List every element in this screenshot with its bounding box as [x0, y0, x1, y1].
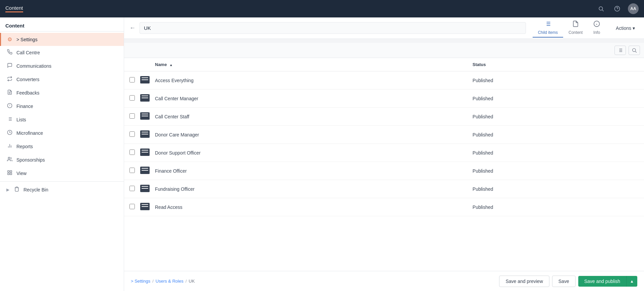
- sidebar-item-lists[interactable]: Lists: [0, 113, 124, 126]
- recycle-bin-icon: [13, 186, 20, 193]
- tab-child-items-label: Child items: [538, 30, 558, 35]
- save-preview-button[interactable]: Save and preview: [499, 276, 549, 287]
- sidebar-item-settings[interactable]: ⚙ > Settings: [0, 33, 124, 46]
- user-avatar[interactable]: AA: [628, 3, 639, 14]
- row-status-cell: Published: [467, 180, 644, 198]
- table-row: Access Everything Published: [124, 71, 644, 90]
- expand-icon: ▶: [6, 187, 9, 192]
- actions-dropdown[interactable]: Actions ▾: [612, 23, 639, 33]
- sidebar-item-label: Sponsorships: [16, 157, 45, 163]
- row-checkbox[interactable]: [129, 204, 135, 209]
- name-column-label: Name: [155, 62, 167, 67]
- checkbox-header-cell: [124, 58, 135, 71]
- sidebar-divider: [0, 181, 124, 182]
- table-row: Donor Care Manager Published: [124, 126, 644, 144]
- row-checkbox[interactable]: [129, 77, 135, 82]
- svg-point-37: [633, 49, 636, 52]
- row-name-cell[interactable]: Call Center Manager: [150, 90, 467, 108]
- sidebar-item-view[interactable]: View: [0, 167, 124, 180]
- help-button[interactable]: [612, 3, 623, 14]
- list-view-button[interactable]: [614, 46, 626, 55]
- tab-info[interactable]: Info: [588, 18, 605, 38]
- app-title: Content: [5, 5, 23, 12]
- sidebar-item-recycle-bin[interactable]: ▶ Recycle Bin: [0, 183, 124, 196]
- row-name-cell[interactable]: Access Everything: [150, 71, 467, 90]
- row-status-cell: Published: [467, 198, 644, 216]
- row-icon-cell: [135, 71, 150, 90]
- row-name-cell[interactable]: Fundraising Officer: [150, 180, 467, 198]
- table-header-row: Name ▲ Status: [124, 58, 644, 71]
- converters-icon: [6, 76, 13, 83]
- row-icon-cell: [135, 198, 150, 216]
- row-icon-cell: [135, 144, 150, 162]
- row-checkbox[interactable]: [129, 95, 135, 101]
- row-checkbox-cell: [124, 108, 135, 126]
- row-icon-cell: [135, 108, 150, 126]
- sidebar-item-label: View: [16, 171, 26, 176]
- breadcrumb-current: UK: [189, 279, 195, 284]
- sidebar-item-communications[interactable]: Communications: [0, 59, 124, 73]
- sidebar-item-label: Finance: [16, 104, 33, 109]
- breadcrumb-settings[interactable]: > Settings: [131, 279, 150, 284]
- item-type-icon: [140, 76, 150, 83]
- save-publish-arrow-button[interactable]: ▲: [626, 276, 637, 287]
- back-button[interactable]: ←: [129, 24, 136, 32]
- svg-line-1: [602, 10, 604, 11]
- tab-child-items[interactable]: Child items: [533, 18, 563, 38]
- row-name-cell[interactable]: Read Access: [150, 198, 467, 216]
- row-checkbox[interactable]: [129, 150, 135, 155]
- row-status-cell: Published: [467, 126, 644, 144]
- breadcrumb-users-roles[interactable]: Users & Roles: [156, 279, 183, 284]
- table-row: Fundraising Officer Published: [124, 180, 644, 198]
- item-type-icon: [140, 167, 150, 174]
- feedbacks-icon: [6, 90, 13, 96]
- row-icon-cell: [135, 126, 150, 144]
- sidebar-item-label: Reports: [16, 144, 33, 149]
- row-name-cell[interactable]: Finance Officer: [150, 162, 467, 180]
- main-layout: Content ⚙ > Settings Call Centre Communi…: [0, 17, 644, 291]
- sidebar-item-microfinance[interactable]: Microfinance: [0, 126, 124, 140]
- sidebar-item-label: Microfinance: [16, 130, 43, 136]
- breadcrumb-sep-1: /: [152, 279, 154, 284]
- tab-content[interactable]: Content: [563, 18, 588, 38]
- sidebar-item-finance[interactable]: Finance: [0, 100, 124, 113]
- content-tab-icon: [572, 20, 579, 29]
- lists-icon: [6, 116, 13, 123]
- content-header: ← Child items Content: [124, 17, 644, 39]
- row-checkbox[interactable]: [129, 131, 135, 137]
- row-checkbox[interactable]: [129, 168, 135, 173]
- name-column-header[interactable]: Name ▲: [150, 58, 467, 71]
- sidebar-item-call-centre[interactable]: Call Centre: [0, 46, 124, 59]
- save-publish-button[interactable]: Save and publish: [578, 276, 626, 287]
- svg-point-19: [8, 157, 10, 159]
- row-status-cell: Published: [467, 162, 644, 180]
- sidebar-header: Content: [0, 17, 124, 32]
- sidebar-item-feedbacks[interactable]: Feedbacks: [0, 86, 124, 100]
- row-name-cell[interactable]: Call Center Staff: [150, 108, 467, 126]
- sidebar-item-converters[interactable]: Converters: [0, 73, 124, 86]
- search-button[interactable]: [596, 3, 606, 14]
- svg-rect-23: [8, 173, 9, 175]
- row-name-cell[interactable]: Donor Support Officer: [150, 144, 467, 162]
- sidebar-item-sponsorships[interactable]: Sponsorships: [0, 153, 124, 167]
- publish-button-group: Save and publish ▲: [578, 276, 637, 287]
- table-row: Read Access Published: [124, 198, 644, 216]
- row-status-cell: Published: [467, 144, 644, 162]
- topbar-actions: AA: [596, 3, 639, 14]
- row-checkbox-cell: [124, 71, 135, 90]
- sidebar-item-reports[interactable]: Reports: [0, 140, 124, 153]
- row-checkbox-cell: [124, 198, 135, 216]
- row-checkbox-cell: [124, 144, 135, 162]
- row-checkbox[interactable]: [129, 113, 135, 119]
- save-button[interactable]: Save: [552, 276, 576, 287]
- status-column-header: Status: [467, 58, 644, 71]
- row-checkbox-cell: [124, 126, 135, 144]
- page-title-input[interactable]: [140, 22, 526, 34]
- table-toolbar: [124, 43, 644, 58]
- table-search-button[interactable]: [629, 46, 640, 55]
- row-checkbox[interactable]: [129, 186, 135, 191]
- row-name-cell[interactable]: Donor Care Manager: [150, 126, 467, 144]
- content-panel: ← Child items Content: [124, 17, 644, 291]
- settings-icon: ⚙: [6, 36, 13, 43]
- item-type-icon: [140, 112, 150, 120]
